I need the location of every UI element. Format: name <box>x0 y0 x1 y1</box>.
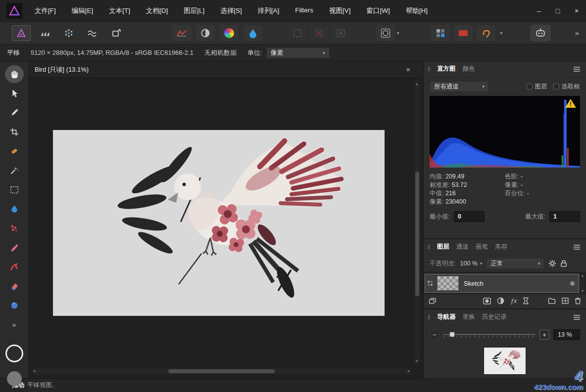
zoom-value-input[interactable]: 13 % <box>553 329 580 340</box>
menu-select[interactable]: 选择[S] <box>220 6 242 15</box>
marquee-tool[interactable] <box>5 181 24 199</box>
tab-channels[interactable]: 通道 <box>456 243 469 251</box>
eraser-tool[interactable] <box>5 277 24 295</box>
menu-help[interactable]: 帮助[H] <box>406 6 428 15</box>
assistant-dots-icon[interactable] <box>59 25 78 41</box>
layer-select-toggle-icon[interactable] <box>427 280 433 286</box>
layer-checkbox-box[interactable] <box>527 84 533 89</box>
menu-text[interactable]: 文本[T] <box>109 6 130 15</box>
view-hand-tool[interactable] <box>5 65 24 83</box>
auto-levels-icon[interactable] <box>172 25 191 41</box>
navigator-thumbnail[interactable] <box>484 347 526 375</box>
minimize-button[interactable]: – <box>530 0 548 22</box>
document-canvas[interactable]: ▴ ▾ ◂ ▸ <box>29 78 423 378</box>
document-tab[interactable]: Bird [只读] (13.1%) <box>35 65 89 74</box>
layer-settings-gear-icon[interactable] <box>548 260 556 267</box>
mask-layer-icon[interactable] <box>483 298 491 305</box>
close-button[interactable]: × <box>567 0 586 22</box>
horizontal-scroll-thumb[interactable] <box>168 369 275 373</box>
layer-checkbox[interactable]: 图层 <box>527 83 547 91</box>
color-selector-ring[interactable] <box>5 345 23 362</box>
vertical-scrollbar[interactable]: ▴ ▾ <box>414 81 420 364</box>
layer-name[interactable]: Sketch <box>464 280 484 287</box>
assistant-hook-icon[interactable] <box>477 25 495 41</box>
menu-document[interactable]: 文档[D] <box>146 6 168 15</box>
scroll-left-icon[interactable]: ◂ <box>33 369 35 373</box>
panel-drag-handle[interactable]: ‖ <box>428 244 430 251</box>
assistant-robot-icon[interactable] <box>530 25 551 42</box>
layer-scroll-up-icon[interactable]: ▴ <box>582 273 584 278</box>
panel-menu-icon[interactable] <box>574 67 580 72</box>
smudge-tool[interactable] <box>5 258 24 276</box>
menu-edit[interactable]: 编辑[E] <box>72 6 94 15</box>
delete-layer-icon[interactable] <box>575 297 581 305</box>
waves-icon[interactable] <box>83 25 102 41</box>
menu-arrange[interactable]: 排列[A] <box>258 6 280 15</box>
paint-brush-tool[interactable] <box>5 239 24 257</box>
tab-color[interactable]: 颜色 <box>462 65 475 73</box>
layer-scroll-down-icon[interactable]: ▾ <box>582 289 584 293</box>
adjustment-layer-icon[interactable] <box>497 297 504 305</box>
zoom-slider-thumb[interactable] <box>450 332 454 337</box>
layer-row[interactable]: Sketch <box>425 274 579 293</box>
opacity-dropdown[interactable]: 100 % ▾ <box>460 260 482 267</box>
blur-tool[interactable] <box>5 297 24 314</box>
color-wheel-icon[interactable] <box>220 25 239 41</box>
min-value-input[interactable]: 0 <box>454 211 485 222</box>
lock-icon[interactable] <box>560 260 567 267</box>
panel-menu-icon[interactable] <box>574 315 580 320</box>
tone-mapping-icon[interactable] <box>196 25 215 41</box>
snapping-icon[interactable] <box>431 25 450 41</box>
blend-mode-select[interactable]: 正常 ▾ <box>486 258 544 269</box>
layer-effects-icon[interactable]: ƒx <box>510 298 517 305</box>
assistant-caret-icon[interactable]: ▾ <box>500 31 503 36</box>
export-slice-icon[interactable] <box>107 25 126 41</box>
menu-file[interactable]: 文件[F] <box>35 6 56 15</box>
red-swatch-icon[interactable] <box>454 25 473 41</box>
maximize-button[interactable]: □ <box>548 0 567 22</box>
panel-drag-handle[interactable]: ‖ <box>428 314 430 321</box>
menu-layer[interactable]: 图层[L] <box>184 6 204 15</box>
zoom-slider[interactable] <box>443 331 536 339</box>
zoom-slider-track[interactable] <box>443 334 536 335</box>
photo-persona-button[interactable] <box>12 25 31 41</box>
blend-ranges-icon[interactable] <box>562 298 569 304</box>
pixel-brush-tool[interactable] <box>5 219 24 237</box>
tab-history[interactable]: 历史记录 <box>482 313 506 321</box>
live-filter-icon[interactable] <box>523 297 529 305</box>
panel-menu-icon[interactable] <box>574 245 580 250</box>
vertical-scroll-thumb[interactable] <box>415 172 419 296</box>
tab-transform[interactable]: 变换 <box>462 313 475 321</box>
selection-brush-tool[interactable] <box>5 162 24 179</box>
tab-navigator[interactable]: 导航器 <box>437 313 456 321</box>
menu-view[interactable]: 视图[V] <box>329 6 351 15</box>
liquify-icon[interactable] <box>244 25 262 41</box>
bird-image[interactable] <box>53 130 385 316</box>
scroll-up-icon[interactable]: ▴ <box>416 82 418 86</box>
layer-list-scrollbar[interactable]: ▴ ▾ <box>580 273 586 293</box>
layer-visibility-toggle[interactable] <box>570 281 575 286</box>
tab-layers[interactable]: 图层 <box>437 243 449 251</box>
tab-stock[interactable]: 库存 <box>495 243 507 251</box>
tab-histogram[interactable]: 直方图 <box>437 65 456 73</box>
menu-filters[interactable]: Filters <box>295 6 313 15</box>
group-layers-icon[interactable] <box>548 298 556 304</box>
quick-mask-icon[interactable] <box>376 25 395 41</box>
unit-select[interactable]: 像素 ▾ <box>266 47 330 58</box>
marquee-checkbox[interactable]: 选取框 <box>553 83 581 91</box>
panel-drag-handle[interactable]: ‖ <box>428 66 430 73</box>
tab-brushes[interactable]: 画笔 <box>476 243 488 251</box>
brush-strokes-icon[interactable] <box>36 25 54 41</box>
histogram-display[interactable]: ! <box>430 96 580 168</box>
layer-thumbnail[interactable] <box>437 276 459 291</box>
max-value-input[interactable]: 1 <box>549 211 580 222</box>
scroll-right-icon[interactable]: ▸ <box>408 369 410 373</box>
marquee-checkbox-box[interactable] <box>553 84 559 89</box>
healing-brush-tool[interactable] <box>5 142 24 160</box>
move-tool[interactable] <box>5 85 24 102</box>
zoom-out-button[interactable]: − <box>430 330 440 340</box>
secondary-color-circle[interactable] <box>7 371 22 386</box>
channel-select[interactable]: 所有通道 ▾ <box>430 81 489 92</box>
quick-mask-caret-icon[interactable]: ▾ <box>397 31 399 36</box>
flood-fill-tool[interactable] <box>5 200 24 218</box>
